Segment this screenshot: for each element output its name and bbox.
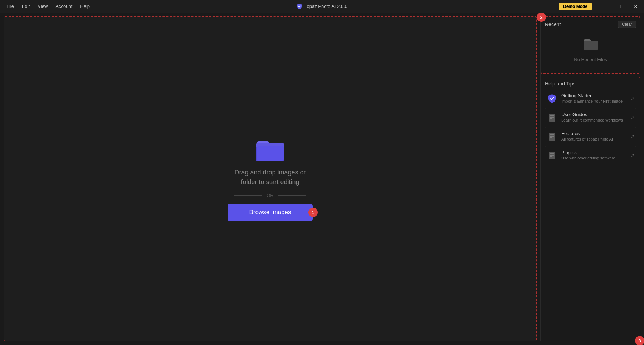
drop-text: Drag and drop images or folder to start … xyxy=(234,168,306,187)
or-divider: OR xyxy=(234,193,306,198)
doc-icon-3 xyxy=(547,151,557,160)
external-link-icon-1: ↗ xyxy=(630,115,635,120)
or-line-left xyxy=(234,195,262,196)
user-guides-icon xyxy=(546,112,558,123)
help-item-features[interactable]: Features All features of Topaz Photo AI … xyxy=(545,127,636,146)
clear-button[interactable]: Clear xyxy=(618,21,636,28)
features-desc: All features of Topaz Photo AI xyxy=(561,137,627,141)
close-button[interactable]: ✕ xyxy=(628,0,644,13)
plugins-text: Plugins Use with other editing software xyxy=(561,150,627,160)
folder-icon xyxy=(256,137,284,162)
features-icon xyxy=(546,131,558,142)
demo-mode-button[interactable]: Demo Mode xyxy=(559,3,592,10)
getting-started-desc: Import & Enhance Your First Image xyxy=(561,99,627,103)
or-label: OR xyxy=(267,193,274,198)
svg-rect-14 xyxy=(549,152,555,159)
getting-started-title: Getting Started xyxy=(561,93,627,98)
main-layout: Drag and drop images or folder to start … xyxy=(0,13,644,345)
features-text: Features All features of Topaz Photo AI xyxy=(561,131,627,141)
user-guides-text: User Guides Learn our recommended workfl… xyxy=(561,112,627,122)
help-title: Help and Tips xyxy=(545,81,576,87)
user-guides-title: User Guides xyxy=(561,112,627,117)
help-section: 3 Help and Tips Getting Started Import &… xyxy=(541,77,640,341)
help-item-getting-started[interactable]: Getting Started Import & Enhance Your Fi… xyxy=(545,89,636,108)
plugins-title: Plugins xyxy=(561,150,627,155)
help-item-user-guides[interactable]: User Guides Learn our recommended workfl… xyxy=(545,108,636,127)
app-title: Topaz Photo AI 2.0.0 xyxy=(304,4,347,9)
shield-icon xyxy=(547,94,557,104)
help-header: Help and Tips xyxy=(545,81,636,87)
badge-2: 2 xyxy=(537,13,546,22)
user-guides-desc: Learn our recommended workflows xyxy=(561,118,627,122)
minimize-button[interactable]: — xyxy=(595,0,611,13)
drop-zone-content: Drag and drop images or folder to start … xyxy=(228,137,312,221)
right-sidebar: 2 Recent Clear No Recent Files 3 xyxy=(540,16,640,341)
features-title: Features xyxy=(561,131,627,136)
menu-file[interactable]: File xyxy=(3,2,18,10)
badge-1: 1 xyxy=(308,208,318,217)
no-recent-text: No Recent Files xyxy=(574,57,607,62)
doc-icon-2 xyxy=(547,132,557,141)
menu-help[interactable]: Help xyxy=(77,2,93,10)
title-bar-right: Demo Mode — □ ✕ xyxy=(559,0,644,13)
external-link-icon-2: ↗ xyxy=(630,134,635,139)
plugins-desc: Use with other editing software xyxy=(561,156,627,160)
plugins-icon xyxy=(546,150,558,161)
title-center: Topaz Photo AI 2.0.0 xyxy=(297,3,347,10)
browse-button-wrapper: Browse Images 1 xyxy=(228,204,312,221)
getting-started-icon xyxy=(546,93,558,104)
or-line-right xyxy=(278,195,306,196)
external-link-icon-3: ↗ xyxy=(630,153,635,158)
getting-started-text: Getting Started Import & Enhance Your Fi… xyxy=(561,93,627,103)
svg-rect-10 xyxy=(549,133,555,141)
help-item-plugins[interactable]: Plugins Use with other editing software … xyxy=(545,146,636,165)
browse-images-button[interactable]: Browse Images xyxy=(228,204,312,221)
menu-view[interactable]: View xyxy=(34,2,51,10)
doc-icon-1 xyxy=(547,113,557,122)
svg-rect-5 xyxy=(584,41,598,50)
external-link-icon-0: ↗ xyxy=(630,96,635,102)
maximize-button[interactable]: □ xyxy=(611,0,628,13)
drop-zone[interactable]: Drag and drop images or folder to start … xyxy=(4,16,537,341)
recent-title: Recent xyxy=(545,21,561,27)
recent-header: Recent Clear xyxy=(545,21,636,28)
badge-3: 3 xyxy=(635,336,644,345)
svg-rect-3 xyxy=(257,146,284,161)
menu-edit[interactable]: Edit xyxy=(18,2,33,10)
empty-folder-icon xyxy=(584,38,598,51)
svg-rect-6 xyxy=(549,114,555,122)
no-recent-icon xyxy=(584,38,598,54)
title-bar: File Edit View Account Help Topaz Photo … xyxy=(0,0,644,13)
menu-account[interactable]: Account xyxy=(52,2,76,10)
menu-bar: File Edit View Account Help xyxy=(3,2,93,10)
topaz-shield-icon xyxy=(297,3,302,10)
no-recent: No Recent Files xyxy=(545,31,636,69)
recent-section: 2 Recent Clear No Recent Files xyxy=(541,16,640,74)
